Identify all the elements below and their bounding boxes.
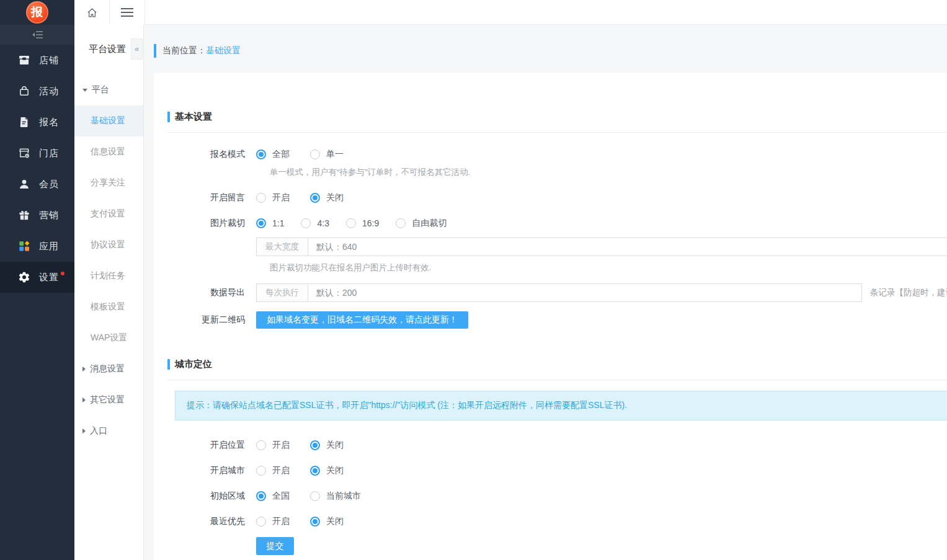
radio-option-off[interactable]: 关闭 [310,192,344,203]
field-label: 开启位置 [167,440,245,451]
main-area: 当前位置： 基础设置 基本设置 报名模式 全部 单一 单一模式，用户有“待参与”… [144,25,947,560]
max-width-input[interactable] [308,238,947,256]
menu-item-basic-settings[interactable]: 基础设置 [74,105,143,136]
menu-group-platform[interactable]: 平台 [74,74,143,105]
radio-checked-icon[interactable] [256,491,266,501]
sidebar-item-label: 门店 [39,148,59,159]
gear-icon [17,270,31,284]
menu-item-label: 模板设置 [91,301,125,313]
topbar [74,0,947,25]
export-count-input[interactable] [308,284,861,301]
submit-row: 提交 [167,537,947,555]
radio-label: 关闭 [326,440,344,451]
sidebar-item-settings[interactable]: 设置 [0,262,74,293]
sidebar-item-marketing[interactable]: 营销 [0,200,74,231]
sidebar-item-members[interactable]: 会员 [0,169,74,200]
radio-unchecked-icon[interactable] [346,218,356,228]
menu-item-share-follow[interactable]: 分享关注 [74,167,143,198]
input-prefix-label: 每次执行 [257,284,308,301]
max-width-input-row: 最大宽度 [167,238,947,256]
ssl-alert-banner: 提示：请确保站点域名已配置SSL证书，即开启"https://"访问模式 (注：… [175,391,947,420]
sidebar-item-activity[interactable]: 活动 [0,76,74,107]
secondary-sidebar: 平台设置 « 平台 基础设置 信息设置 分享关注 支付设置 协议设置 计划任务 … [74,0,144,560]
radio-checked-icon[interactable] [310,440,320,450]
image-crop-row: 图片裁切 1:1 4:3 16:9 自由裁切 [167,218,947,229]
sidebar-item-shop[interactable]: 店铺 [0,45,74,76]
radio-label: 1:1 [272,218,284,228]
radio-option-single[interactable]: 单一 [310,149,344,160]
secondary-menu: 平台 基础设置 信息设置 分享关注 支付设置 协议设置 计划任务 模板设置 WA… [74,74,143,447]
radio-option-off[interactable]: 关闭 [310,440,344,451]
radio-option-all[interactable]: 全部 [256,149,290,160]
menu-item-payment-settings[interactable]: 支付设置 [74,198,143,229]
menu-item-label: 协议设置 [91,239,125,251]
field-label: 初始区域 [167,491,245,502]
radio-option-nationwide[interactable]: 全国 [256,491,290,502]
menu-item-agreement-settings[interactable]: 协议设置 [74,229,143,260]
radio-option-off[interactable]: 关闭 [310,465,344,476]
radio-option-1-1[interactable]: 1:1 [256,218,284,228]
radio-unchecked-icon[interactable] [301,218,311,228]
sidebar-item-signup[interactable]: 报名 [0,107,74,138]
menu-group-message-settings[interactable]: 消息设置 [74,353,143,384]
menu-group-other-settings[interactable]: 其它设置 [74,384,143,416]
app-logo[interactable]: 报 [0,0,74,25]
section-title: 基本设置 [175,111,212,123]
radio-label: 全国 [272,491,290,502]
menu-item-wap-settings[interactable]: WAP设置 [74,322,143,353]
radio-unchecked-icon[interactable] [256,517,266,527]
section-title: 城市定位 [175,358,212,370]
menu-item-scheduled-tasks[interactable]: 计划任务 [74,260,143,291]
radio-unchecked-icon[interactable] [310,149,320,159]
sidebar-item-stores[interactable]: 门店 [0,138,74,169]
submit-button[interactable]: 提交 [256,537,294,555]
radio-option-free-crop[interactable]: 自由裁切 [396,218,447,229]
gift-icon [17,208,31,222]
refresh-qrcode-button[interactable]: 如果域名变更，旧域名二维码失效，请点此更新！ [256,311,468,329]
breadcrumb-prefix: 当前位置： [162,45,206,56]
section-divider [167,132,947,133]
radio-checked-icon[interactable] [256,218,266,228]
radio-checked-icon[interactable] [310,466,320,476]
home-button[interactable] [74,0,110,25]
section-basic-settings-header: 基本设置 [167,110,947,123]
breadcrumb-current-link[interactable]: 基础设置 [206,45,241,56]
qrcode-refresh-row: 更新二维码 如果域名变更，旧域名二维码失效，请点此更新！ [167,311,947,329]
radio-option-on[interactable]: 开启 [256,192,290,203]
radio-option-on[interactable]: 开启 [256,440,290,451]
radio-unchecked-icon[interactable] [396,218,406,228]
radio-option-4-3[interactable]: 4:3 [301,218,329,228]
menu-group-entry[interactable]: 入口 [74,416,143,447]
document-icon [17,115,31,129]
radio-checked-icon[interactable] [256,149,266,159]
radio-unchecked-icon[interactable] [310,491,320,501]
data-export-row: 数据导出 每次执行 条记录【防超时，建议 [167,283,947,302]
field-label: 图片裁切 [167,218,245,229]
radio-option-current-city[interactable]: 当前城市 [310,491,361,502]
radio-option-off[interactable]: 关闭 [310,516,344,527]
menu-item-template-settings[interactable]: 模板设置 [74,291,143,322]
menu-item-info-settings[interactable]: 信息设置 [74,136,143,167]
menu-item-label: WAP设置 [91,332,127,344]
collapse-sidebar-button[interactable]: « [131,38,143,60]
radio-label: 关闭 [326,192,344,203]
chevron-right-icon [82,398,86,402]
sidebar-item-apps[interactable]: 应用 [0,231,74,262]
hamburger-menu-button[interactable] [110,0,145,25]
export-input-group: 每次执行 [256,283,862,302]
radio-unchecked-icon[interactable] [256,440,266,450]
radio-unchecked-icon[interactable] [256,193,266,203]
section-divider [167,380,947,380]
radio-checked-icon[interactable] [310,193,320,203]
radio-checked-icon[interactable] [310,517,320,527]
radio-option-on[interactable]: 开启 [256,516,290,527]
radio-label: 单一 [326,149,344,160]
sidebar-item-label: 报名 [39,117,59,128]
radio-option-on[interactable]: 开启 [256,465,290,476]
input-prefix-label: 最大宽度 [257,238,308,256]
message-toggle-row: 开启留言 开启 关闭 [167,192,947,203]
sidebar-fold-strip[interactable] [0,25,74,45]
radio-option-16-9[interactable]: 16:9 [346,218,379,228]
settings-panel: 基本设置 报名模式 全部 单一 单一模式，用户有“待参与”订单时，不可报名其它活… [154,73,947,560]
radio-unchecked-icon[interactable] [256,466,266,476]
